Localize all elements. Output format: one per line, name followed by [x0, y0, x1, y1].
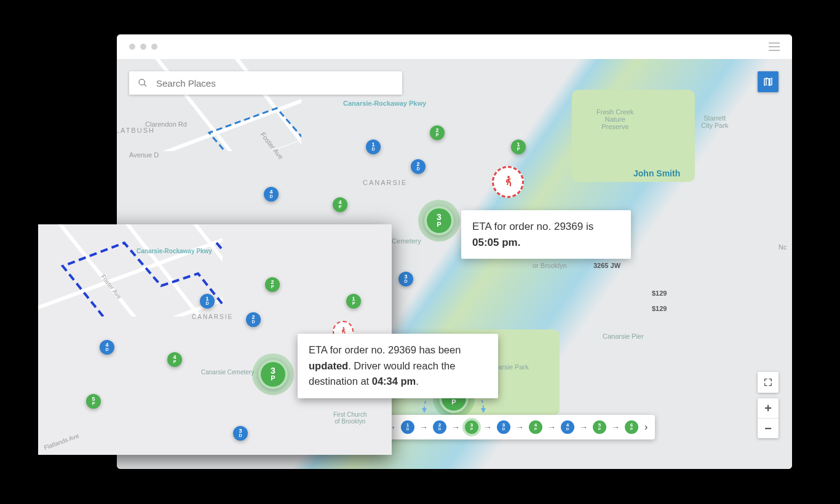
map-label: or Brooklyn	[533, 262, 567, 269]
map-label: Canarsie-Rockaway Pkwy	[137, 248, 212, 254]
route-pin[interactable]: 3D	[398, 272, 413, 286]
search-input[interactable]	[155, 77, 394, 89]
route-pin-highlight[interactable]: 3P	[258, 360, 288, 389]
eta-card: ETA for order no. 29369 is 05:05 pm.	[461, 210, 631, 259]
map-label: First Church of Brooklyn	[333, 411, 367, 425]
fullscreen-button[interactable]	[758, 372, 779, 393]
search-box[interactable]	[129, 71, 402, 95]
map-label: Fresh Creek Nature Preserve	[596, 108, 634, 130]
search-icon	[138, 78, 148, 88]
route-pin[interactable]: 2P	[430, 125, 445, 140]
arrow-icon: →	[419, 422, 428, 432]
map-label: Flatlands Ave	[43, 432, 80, 451]
timeline-stop[interactable]: 2D	[433, 420, 446, 434]
map-label: Canarsie-Rockaway Pkwy	[343, 100, 426, 107]
user-label[interactable]: John Smith	[633, 168, 680, 178]
map-label: CANARSIE	[363, 179, 407, 186]
route-pin[interactable]: 4P	[333, 197, 347, 212]
window-dot	[140, 44, 146, 50]
route-pin[interactable]: 2D	[246, 312, 261, 327]
window-dots	[129, 44, 157, 50]
arrow-icon: →	[547, 422, 556, 432]
map-label: Clarendon Rd	[145, 120, 187, 128]
zoom-in-button[interactable]: +	[758, 398, 779, 418]
fullscreen-icon	[763, 377, 773, 387]
zoom-control: + −	[758, 398, 779, 438]
browser-chrome	[117, 34, 792, 59]
map-label: Starrett City Park	[701, 114, 729, 129]
route-pin[interactable]: 1P	[511, 140, 526, 154]
route-pin[interactable]: 3D	[233, 426, 248, 441]
arrow-icon: →	[451, 422, 460, 432]
arrow-icon: →	[483, 422, 492, 432]
arrow-icon: →	[515, 422, 524, 432]
route-pin[interactable]: 1P	[346, 294, 361, 309]
map-label: Avenue D	[129, 151, 159, 159]
map-icon	[763, 76, 774, 87]
price-label: $129	[652, 305, 667, 312]
timeline-stop[interactable]: 4D	[561, 420, 574, 434]
route-pin-highlight[interactable]: 3P	[424, 206, 454, 235]
arrow-icon: →	[611, 422, 620, 432]
roads	[38, 224, 223, 317]
arrow-icon: →	[579, 422, 588, 432]
price-label: 3265 JW	[593, 262, 620, 269]
route-timeline[interactable]: → 1D→2D→3P→3D→4P→4D→5P→6P›	[381, 415, 655, 439]
route-pin[interactable]: 5P	[86, 394, 101, 409]
route-pin[interactable]: 4P	[167, 352, 182, 367]
map-label: Nc	[779, 243, 787, 251]
map-label: Canarsie Pier	[603, 333, 644, 340]
route-pin[interactable]: 1D	[200, 294, 215, 309]
timeline-stop[interactable]: 1D	[401, 420, 414, 434]
timeline-stop[interactable]: 6P	[625, 420, 638, 434]
menu-icon[interactable]	[769, 42, 780, 51]
timeline-stop[interactable]: 3D	[497, 420, 510, 434]
timeline-stop[interactable]: 3P	[465, 420, 478, 434]
window-dot	[151, 44, 157, 50]
route-pin[interactable]: 2P	[265, 277, 280, 292]
svg-line-14	[38, 224, 223, 317]
zoom-out-button[interactable]: −	[758, 418, 779, 438]
window-dot	[129, 44, 135, 50]
map-label: Canarsie Cemetery	[201, 369, 254, 376]
update-text: ETA for order no. 29369 has been updated…	[309, 344, 461, 387]
svg-marker-12	[422, 408, 427, 413]
eta-text: ETA for order no. 29369 is 05:05 pm.	[472, 221, 593, 248]
map-layers-button[interactable]	[758, 71, 779, 92]
price-label: $129	[652, 289, 667, 297]
map-label: CANARSIE	[192, 313, 233, 320]
route-pin[interactable]: 2D	[411, 159, 426, 174]
timeline-stop[interactable]: 5P	[593, 420, 606, 434]
agent-marker[interactable]	[492, 166, 524, 198]
timeline-next-button[interactable]: ›	[643, 422, 649, 433]
eta-update-card: ETA for order no. 29369 has been updated…	[298, 334, 498, 398]
route-pin[interactable]: 4D	[264, 187, 279, 202]
route-pin[interactable]: 1D	[366, 140, 381, 154]
route-pin[interactable]: 4D	[100, 340, 114, 355]
timeline-stop[interactable]: 4P	[529, 420, 542, 434]
